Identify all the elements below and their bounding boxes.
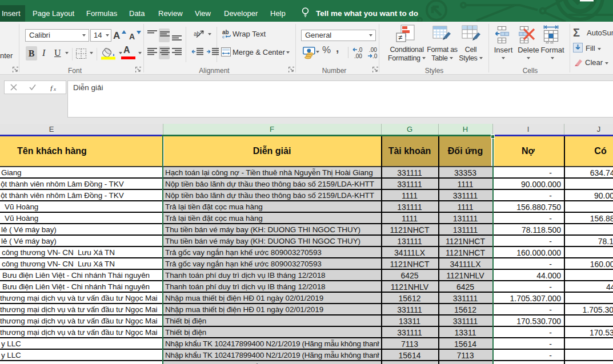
svg-text:c: c: [222, 34, 225, 38]
svg-text:ab: ab: [194, 31, 201, 37]
svg-text:x: x: [53, 86, 56, 92]
svg-text:.0: .0: [372, 53, 378, 59]
svg-text:.0: .0: [358, 47, 363, 53]
svg-text:.00: .00: [354, 53, 362, 59]
svg-text:.00: .00: [369, 47, 377, 53]
svg-text:≠: ≠: [398, 33, 402, 42]
